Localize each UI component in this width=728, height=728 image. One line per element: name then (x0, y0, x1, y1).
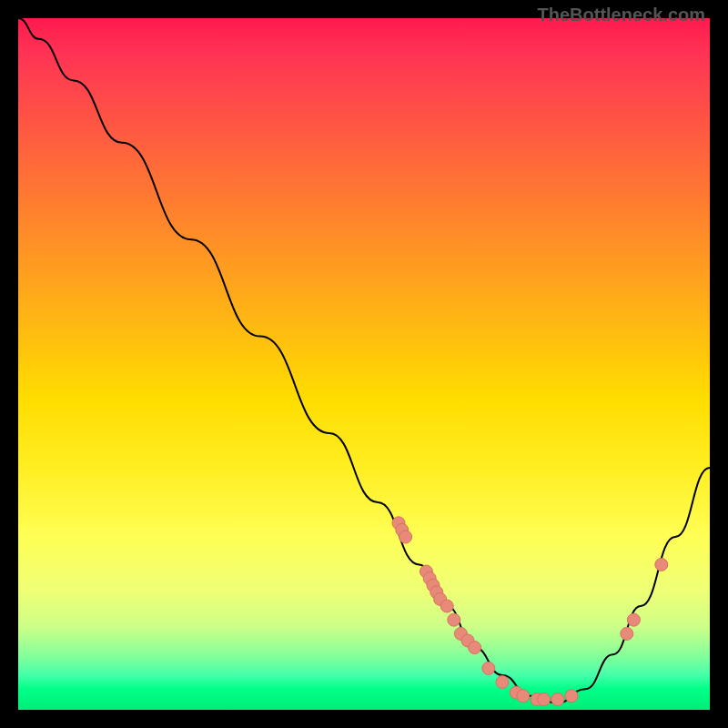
data-point (440, 600, 453, 612)
data-point (496, 676, 509, 689)
watermark-text: TheBottleneck.com (538, 5, 705, 25)
data-point (621, 627, 633, 640)
data-point (482, 662, 495, 674)
chart-svg (18, 18, 710, 710)
data-point (517, 690, 530, 703)
data-point (565, 690, 578, 703)
data-point (551, 693, 564, 706)
chart-gradient-background (18, 18, 710, 710)
data-point (538, 693, 551, 706)
data-point (448, 613, 460, 626)
bottleneck-curve (18, 18, 710, 703)
data-point (399, 531, 412, 543)
data-points-group (392, 517, 668, 706)
data-point (655, 558, 668, 571)
data-point (627, 613, 640, 626)
data-point (469, 642, 481, 654)
